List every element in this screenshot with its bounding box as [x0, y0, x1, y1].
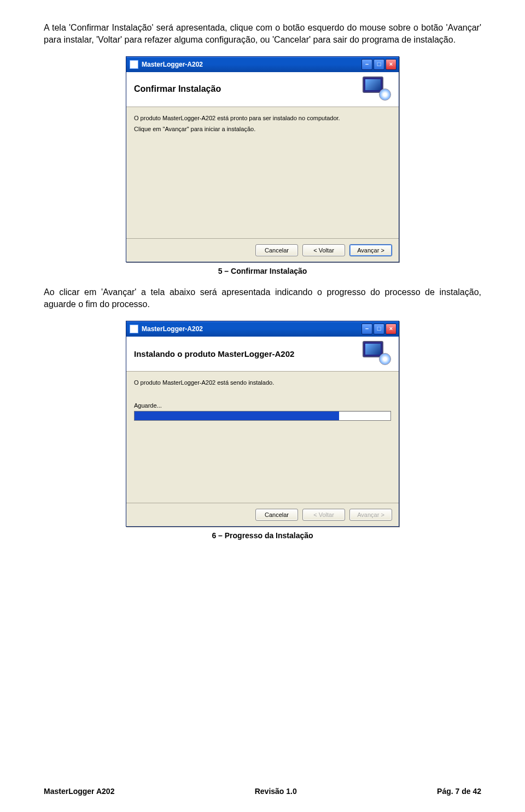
intro-paragraph: A tela 'Confirmar Instalação' será apres…	[44, 22, 481, 46]
installer-icon	[363, 77, 391, 102]
banner-title: Confirmar Instalação	[134, 84, 221, 94]
banner-title: Instalando o produto MasterLogger-A202	[134, 349, 294, 358]
window-controls: – □ ×	[361, 59, 396, 70]
footer-left: MasterLogger A202	[44, 787, 114, 796]
content-line2: Clique em "Avançar" para iniciar a insta…	[134, 126, 391, 132]
content-line1: O produto MasterLogger-A202 está pronto …	[134, 115, 391, 121]
dialog-banner: Instalando o produto MasterLogger-A202	[126, 337, 399, 372]
dialog-footer: Cancelar < Voltar Avançar >	[126, 238, 399, 262]
maximize-button[interactable]: □	[374, 323, 384, 334]
back-button: < Voltar	[302, 509, 345, 521]
cancel-button[interactable]: Cancelar	[255, 509, 298, 521]
minimize-button[interactable]: –	[361, 323, 372, 334]
dialog2-figure: MasterLogger-A202 – □ × Instalando o pro…	[44, 321, 481, 527]
dialog-content: O produto MasterLogger-A202 está pronto …	[126, 107, 399, 238]
cancel-button[interactable]: Cancelar	[255, 244, 298, 256]
app-icon	[130, 60, 138, 69]
figure-caption-6: 6 – Progresso da Instalação	[44, 531, 481, 540]
maximize-button[interactable]: □	[374, 59, 384, 70]
next-button: Avançar >	[349, 509, 392, 521]
progress-bar	[134, 411, 391, 421]
titlebar: MasterLogger-A202 – □ ×	[126, 321, 399, 337]
dialog1-figure: MasterLogger-A202 – □ × Confirmar Instal…	[44, 56, 481, 262]
installer-dialog-confirm: MasterLogger-A202 – □ × Confirmar Instal…	[126, 56, 399, 262]
content-line1: O produto MasterLogger-A202 está sendo i…	[134, 379, 391, 386]
installer-dialog-progress: MasterLogger-A202 – □ × Instalando o pro…	[126, 321, 399, 527]
window-title: MasterLogger-A202	[142, 325, 361, 333]
installer-icon	[363, 341, 391, 366]
close-button[interactable]: ×	[386, 323, 396, 334]
app-icon	[130, 325, 138, 333]
progress-fill	[135, 411, 339, 420]
progress-label: Aguarde...	[134, 402, 391, 409]
dialog-footer: Cancelar < Voltar Avançar >	[126, 503, 399, 526]
back-button[interactable]: < Voltar	[302, 244, 345, 256]
window-controls: – □ ×	[361, 323, 396, 334]
footer-center: Revisão 1.0	[255, 787, 297, 796]
window-title: MasterLogger-A202	[142, 61, 361, 68]
dialog-banner: Confirmar Instalação	[126, 72, 399, 107]
close-button[interactable]: ×	[386, 59, 396, 70]
titlebar: MasterLogger-A202 – □ ×	[126, 57, 399, 72]
figure-caption-5: 5 – Confirmar Instalação	[44, 267, 481, 275]
footer-right: Pág. 7 de 42	[437, 787, 481, 796]
page-footer: MasterLogger A202 Revisão 1.0 Pág. 7 de …	[44, 787, 481, 796]
next-button[interactable]: Avançar >	[349, 244, 392, 256]
minimize-button[interactable]: –	[361, 59, 372, 70]
dialog-content: O produto MasterLogger-A202 está sendo i…	[126, 372, 399, 503]
mid-paragraph: Ao clicar em 'Avançar' a tela abaixo ser…	[44, 286, 481, 311]
